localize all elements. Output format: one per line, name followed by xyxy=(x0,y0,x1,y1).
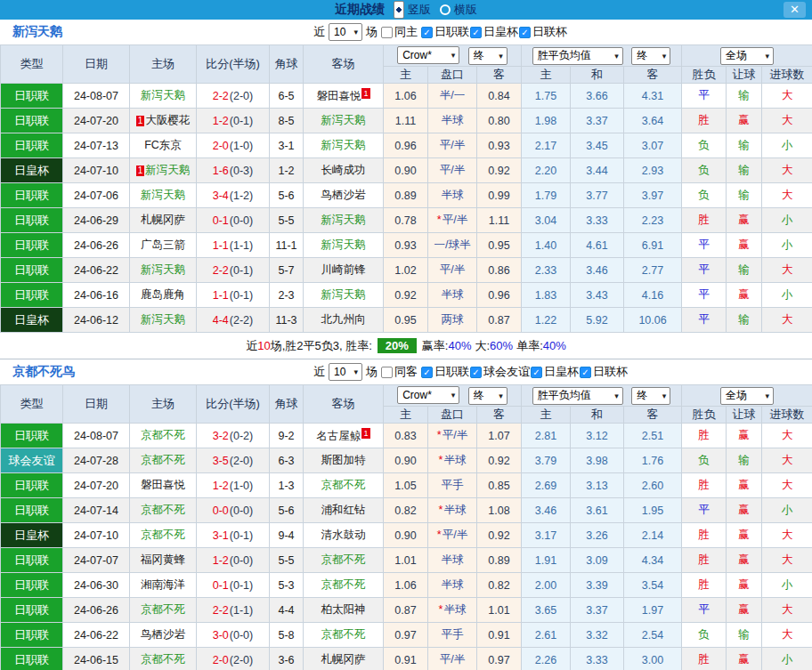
halftime-score: (0-0) xyxy=(230,214,253,227)
match-count-select[interactable]: 10▾ xyxy=(329,363,362,381)
handicap-line: 平手 xyxy=(428,623,477,648)
result-group-header: 全场▾ xyxy=(682,385,812,407)
radio-icon[interactable] xyxy=(394,1,404,19)
home-team-name: 京都不死 xyxy=(141,454,185,466)
match-row[interactable]: 日皇杯 24-07-10 京都不死 3-1(0-1) 9-4 清水鼓动 0.90… xyxy=(1,523,812,548)
handicap-line: *平/半 xyxy=(428,523,477,548)
avg-odds-select[interactable]: 胜平负均值▾ xyxy=(532,47,623,65)
result-win-draw-lose: 胜 xyxy=(682,548,727,573)
bookmaker-select[interactable]: Crow*▾ xyxy=(397,386,459,404)
match-row[interactable]: 日职联 24-07-14 京都不死 0-0(0-0) 5-6 浦和红钻 0.82… xyxy=(1,498,812,523)
checkbox-icon[interactable] xyxy=(381,27,393,38)
avg-away-odds: 4.31 xyxy=(624,84,682,109)
league-filter-checkbox[interactable]: ✓ 日联杯 xyxy=(519,24,567,40)
match-row[interactable]: 日职联 24-06-26 京都不死 2-2(1-1) 4-4 柏太阳神 0.87… xyxy=(1,598,812,623)
away-team: 名古屋鲸1 xyxy=(304,424,384,448)
match-row[interactable]: 球会友谊 24-07-28 京都不死 3-5(2-0) 6-3 斯图加特 0.9… xyxy=(1,448,812,473)
checkbox-icon[interactable] xyxy=(381,367,393,378)
same-venue-checkbox[interactable]: 同客 xyxy=(381,364,418,380)
result-goals-ou: 小 xyxy=(762,233,812,258)
match-count-select[interactable]: 10▾ xyxy=(329,23,362,41)
checkbox-icon[interactable]: ✓ xyxy=(421,367,433,378)
avg-away-odds: 4.34 xyxy=(624,548,682,573)
result-win-draw-lose: 平 xyxy=(682,498,727,523)
subcol-handicap-away: 客 xyxy=(477,407,522,424)
match-row[interactable]: 日职联 24-07-06 新泻天鹅 3-4(1-2) 5-6 鸟栖沙岩 0.89… xyxy=(1,183,812,208)
avg-draw-odds: 3.32 xyxy=(571,623,624,648)
home-team: 京都不死 xyxy=(130,598,197,623)
radio-icon[interactable] xyxy=(440,4,451,15)
scope-select[interactable]: 全场▾ xyxy=(720,47,774,65)
match-row[interactable]: 日职联 24-06-26 广岛三箭 1-1(1-1) 11-1 新泻天鹅 0.9… xyxy=(1,233,812,258)
subcol-avg-away: 客 xyxy=(624,407,682,424)
avg-stage-select[interactable]: 终▾ xyxy=(631,47,670,65)
avg-odds-select[interactable]: 胜平负均值▾ xyxy=(532,387,623,405)
match-row[interactable]: 日职联 24-06-15 京都不死 2-0(2-0) 3-6 札幌冈萨 0.91… xyxy=(1,648,812,670)
league-filter-checkbox[interactable]: ✓ 日皇杯 xyxy=(470,24,518,40)
col-header-home: 主场 xyxy=(130,385,197,424)
league-filter-label: 日皇杯 xyxy=(483,24,518,40)
handicap-away-odds: 1.07 xyxy=(477,424,522,448)
league-filter-checkbox[interactable]: ✓ 球会友谊 xyxy=(470,364,530,380)
league-filter-label: 球会友谊 xyxy=(483,364,530,380)
summary-row: 近10场,胜2平5负3, 胜率: 20% 赢率: 40% 大: 60% 单率: … xyxy=(0,333,812,359)
odds-stage-select[interactable]: 终▾ xyxy=(468,387,508,405)
handicap-line: 半球 xyxy=(428,109,477,133)
match-row[interactable]: 日职联 24-07-07 福冈黄蜂 1-2(0-0) 5-5 京都不死 1.01… xyxy=(1,548,812,573)
layout-radio-option[interactable]: 横版 xyxy=(440,1,477,19)
match-row[interactable]: 日皇杯 24-07-10 1新泻天鹅 1-6(0-3) 1-2 长崎成功 0.9… xyxy=(1,158,812,183)
match-row[interactable]: 日职联 24-07-20 1大阪樱花 1-2(0-1) 8-5 新泻天鹅 1.1… xyxy=(1,109,812,133)
col-header-type: 类型 xyxy=(1,45,63,84)
handicap-home-odds: 0.97 xyxy=(384,623,428,648)
avg-away-odds: 3.00 xyxy=(624,648,682,670)
odds-stage-select[interactable]: 终▾ xyxy=(468,47,508,65)
handicap-home-odds: 1.06 xyxy=(384,573,428,598)
summary-stat-value: 40% xyxy=(543,339,566,352)
match-row[interactable]: 日皇杯 24-06-12 新泻天鹅 4-4(2-2) 11-3 北九州向 0.9… xyxy=(1,308,812,333)
match-row[interactable]: 日职联 24-06-22 鸟栖沙岩 3-0(0-0) 5-8 京都不死 0.97… xyxy=(1,623,812,648)
match-row[interactable]: 日职联 24-07-13 FC东京 2-0(1-0) 3-1 新泻天鹅 0.96… xyxy=(1,133,812,158)
bookmaker-select[interactable]: Crow*▾ xyxy=(397,46,459,64)
match-row[interactable]: 日职联 24-08-07 京都不死 3-2(0-2) 9-2 名古屋鲸1 0.8… xyxy=(1,424,812,448)
result-goals-ou: 小 xyxy=(762,133,812,158)
league-filter-checkbox[interactable]: ✓ 日职联 xyxy=(421,24,469,40)
same-venue-checkbox[interactable]: 同主 xyxy=(381,24,418,40)
handicap-line: 一/球半 xyxy=(428,233,477,258)
match-row[interactable]: 日职联 24-06-16 鹿岛鹿角 1-1(0-1) 2-3 新泻天鹅 0.92… xyxy=(1,283,812,308)
match-row[interactable]: 日职联 24-06-22 新泻天鹅 2-2(0-1) 5-7 川崎前锋 1.02… xyxy=(1,258,812,283)
league-filter-checkbox[interactable]: ✓ 日皇杯 xyxy=(531,364,579,380)
halftime-score: (0-1) xyxy=(230,115,253,127)
checkbox-icon[interactable]: ✓ xyxy=(470,27,482,38)
league-filter-checkbox[interactable]: ✓ 日联杯 xyxy=(580,364,628,380)
match-row[interactable]: 日职联 24-07-20 磐田喜悦 1-2(1-0) 1-3 京都不死 1.05… xyxy=(1,473,812,498)
match-row[interactable]: 日职联 24-08-07 新泻天鹅 2-2(2-0) 6-5 磐田喜悦1 1.0… xyxy=(1,84,812,109)
close-button[interactable]: ✕ xyxy=(784,2,806,18)
checkbox-icon[interactable]: ✓ xyxy=(519,27,531,38)
corner-score: 2-3 xyxy=(270,283,304,308)
league-filter-checkbox[interactable]: ✓ 日职联 xyxy=(421,364,469,380)
chevron-down-icon: ▾ xyxy=(766,52,770,61)
checkbox-icon[interactable]: ✓ xyxy=(470,367,482,378)
avg-home-odds: 2.00 xyxy=(522,573,571,598)
result-goals-ou: 大 xyxy=(762,84,812,109)
away-team-name: 新泻天鹅 xyxy=(321,288,366,301)
avg-stage-select[interactable]: 终▾ xyxy=(631,387,670,405)
match-score: 3-0(0-0) xyxy=(197,623,270,648)
checkbox-icon[interactable]: ✓ xyxy=(580,367,591,378)
match-row[interactable]: 日职联 24-06-29 札幌冈萨 0-1(0-0) 5-5 新泻天鹅 0.78… xyxy=(1,208,812,233)
live-star-marker: * xyxy=(437,429,442,441)
chevron-down-icon: ▾ xyxy=(499,392,503,400)
home-team: 广岛三箭 xyxy=(130,233,197,258)
match-row[interactable]: 日职联 24-06-30 湘南海洋 0-1(0-1) 5-3 京都不死 1.06… xyxy=(1,573,812,598)
checkbox-icon[interactable]: ✓ xyxy=(421,27,433,38)
fulltime-score: 1-2 xyxy=(213,115,229,127)
near-label: 近 xyxy=(313,364,325,380)
checkbox-icon[interactable]: ✓ xyxy=(531,367,542,378)
layout-radio-option[interactable]: 竖版 xyxy=(394,1,431,19)
match-type-badge: 日职联 xyxy=(1,598,63,623)
match-date: 24-07-20 xyxy=(63,109,130,133)
scope-select[interactable]: 全场▾ xyxy=(720,387,774,405)
handicap-line: 平/半 xyxy=(428,648,477,670)
away-team: 柏太阳神 xyxy=(304,598,384,623)
handicap-away-odds: 0.92 xyxy=(477,158,522,183)
